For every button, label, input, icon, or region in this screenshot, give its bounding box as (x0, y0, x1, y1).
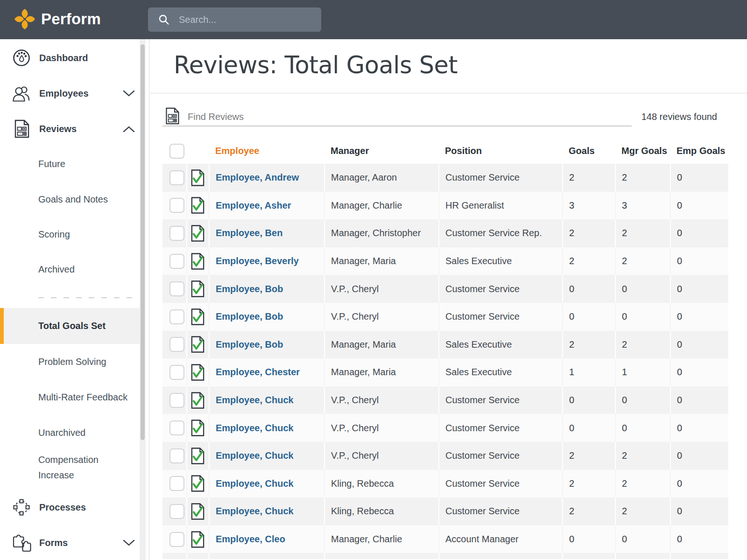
employee-link[interactable]: Employee, Bob (216, 339, 283, 350)
review-document-icon[interactable] (190, 169, 205, 187)
icon-column-header (187, 138, 209, 164)
row-checkbox[interactable] (169, 309, 184, 324)
review-document-icon[interactable] (190, 308, 205, 326)
row-checkbox[interactable] (169, 504, 184, 519)
review-document-icon[interactable] (190, 392, 205, 409)
perform-logo-icon (14, 7, 35, 32)
mgr-goals-cell: 2 (615, 331, 670, 359)
table-row: Employee, Chuck V.P., Cheryl Customer Se… (162, 414, 728, 442)
goals-cell: 1 (563, 358, 615, 386)
row-checkbox[interactable] (169, 281, 184, 296)
employee-link[interactable]: Employee, Bob (216, 284, 283, 294)
row-checkbox[interactable] (169, 393, 184, 408)
sidebar-item-forms[interactable]: Forms (0, 532, 149, 553)
global-search[interactable] (148, 7, 321, 32)
column-header-manager[interactable]: Manager (324, 138, 439, 164)
find-reviews-field[interactable] (162, 108, 632, 126)
forms-icon (12, 533, 33, 553)
find-reviews-input[interactable] (188, 112, 561, 122)
select-all-checkbox[interactable] (169, 144, 184, 159)
results-count: 148 reviews found (641, 112, 717, 126)
employee-link[interactable]: Employee, Chuck (216, 506, 294, 516)
row-checkbox[interactable] (169, 337, 184, 352)
mgr-goals-cell: 0 (615, 275, 670, 303)
review-document-icon[interactable] (190, 336, 205, 353)
main-content: Reviews: Total Goals Set 148 reviews fou… (150, 39, 747, 560)
employee-link[interactable]: Employee, Chuck (216, 450, 294, 461)
sidebar-item-archived[interactable]: Archived (38, 259, 75, 280)
table-row: Employee, Ben Manager, Christopher Custo… (162, 219, 728, 247)
search-input[interactable] (179, 14, 310, 25)
title-divider (150, 93, 747, 93)
row-checkbox[interactable] (169, 226, 184, 241)
sidebar-item-future[interactable]: Future (38, 154, 65, 174)
position-cell: Customer Service (439, 386, 563, 414)
employee-link[interactable]: Employee, Chuck (216, 423, 294, 433)
column-header-position[interactable]: Position (439, 138, 563, 164)
goals-cell: 0 (563, 275, 615, 303)
position-cell: Customer Service (439, 470, 563, 498)
review-document-icon[interactable] (190, 419, 205, 437)
sidebar-item-scoring[interactable]: Scoring (38, 224, 70, 245)
table-row: Employee, Asher Manager, Charlie HR Gene… (162, 192, 728, 220)
employee-link[interactable]: Employee, Ben (216, 228, 282, 238)
column-header-emp-goals[interactable]: Emp Goals (670, 138, 728, 164)
sidebar-item-compensation-increase[interactable]: Compensation Increase (38, 452, 132, 483)
employee-link[interactable]: Employee, Asher (216, 200, 291, 210)
manager-cell: V.P., Cheryl (324, 275, 439, 303)
employee-link[interactable]: Employee, Cleo (216, 534, 285, 544)
column-header-goals[interactable]: Goals (563, 138, 615, 164)
row-checkbox[interactable] (169, 198, 184, 213)
review-document-icon[interactable] (190, 252, 205, 270)
row-checkbox[interactable] (169, 532, 184, 547)
employee-link[interactable]: Employee, Bob (216, 311, 283, 322)
review-document-icon[interactable] (190, 196, 205, 214)
review-document-icon[interactable] (190, 280, 205, 298)
emp-goals-cell: 0 (670, 525, 728, 553)
employee-link[interactable]: Employee, Andrew (216, 172, 299, 182)
column-header-employee[interactable]: Employee (209, 138, 324, 164)
emp-goals-cell: 0 (670, 470, 728, 498)
sidebar-item-label: Forms (39, 538, 68, 548)
sidebar-item-label: Total Goals Set (38, 308, 106, 344)
sidebar-item-problem-solving[interactable]: Problem Solving (38, 351, 106, 372)
review-document-icon[interactable] (190, 531, 205, 548)
review-document-icon[interactable] (190, 224, 205, 242)
table-row: Employee, Bob V.P., Cheryl Customer Serv… (162, 303, 728, 331)
search-icon (158, 14, 169, 25)
position-cell: Sales Executive (439, 331, 563, 359)
sidebar-item-employees[interactable]: Employees (0, 83, 149, 104)
position-cell: Sales Executive (439, 358, 563, 386)
row-checkbox[interactable] (169, 476, 184, 491)
row-checkbox[interactable] (169, 448, 184, 463)
row-checkbox[interactable] (169, 365, 184, 380)
review-document-icon[interactable] (190, 364, 205, 381)
sidebar-item-processes[interactable]: Processes (0, 497, 149, 518)
goals-cell: 2 (563, 442, 615, 470)
goals-cell: 0 (563, 386, 615, 414)
row-checkbox[interactable] (169, 170, 184, 185)
review-document-icon[interactable] (190, 447, 205, 465)
employee-link[interactable]: Employee, Beverly (216, 256, 299, 266)
position-cell: Customer Service Rep. (439, 219, 563, 247)
employee-link[interactable]: Employee, Chester (216, 367, 300, 377)
sidebar-item-goals-and-notes[interactable]: Goals and Notes (38, 189, 108, 210)
row-checkbox[interactable] (169, 254, 184, 269)
table-row: Employee, Chuck Kling, Rebecca Customer … (162, 470, 728, 498)
reviews-icon (12, 119, 31, 138)
goals-cell: 0 (563, 303, 615, 331)
sidebar-item-total-goals-set-active[interactable]: Total Goals Set (0, 308, 140, 344)
review-document-icon[interactable] (190, 503, 205, 520)
employee-link[interactable]: Employee, Chuck (216, 478, 294, 489)
sidebar-scrollbar-thumb[interactable] (141, 44, 145, 440)
column-header-mgr-goals[interactable]: Mgr Goals (615, 138, 670, 164)
sidebar-item-multi-rater-feedback[interactable]: Multi-Rater Feedback (38, 387, 127, 407)
goals-cell: 0 (563, 525, 615, 553)
position-cell: Account Manager (439, 525, 563, 553)
sidebar-item-reviews[interactable]: Reviews (0, 119, 149, 139)
review-document-icon[interactable] (190, 475, 205, 492)
employee-link[interactable]: Employee, Chuck (216, 395, 294, 405)
sidebar-item-unarchived[interactable]: Unarchived (38, 422, 85, 443)
sidebar-item-dashboard[interactable]: Dashboard (0, 48, 149, 68)
row-checkbox[interactable] (169, 420, 184, 435)
